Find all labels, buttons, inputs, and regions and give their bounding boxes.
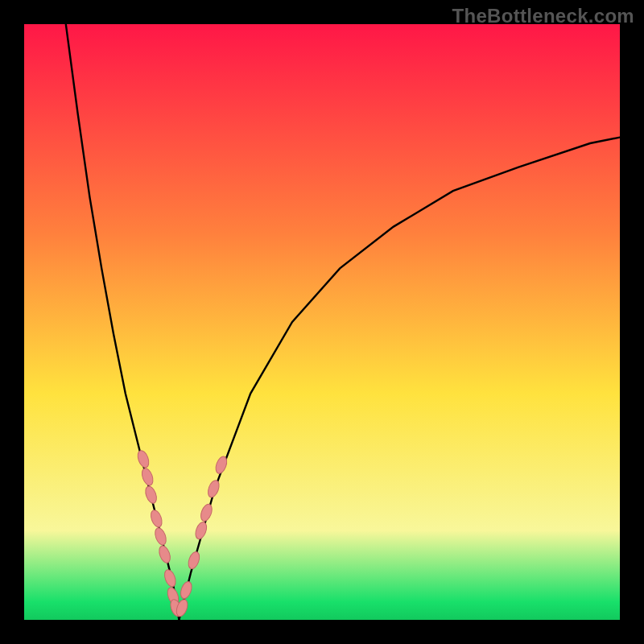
data-marker [149,509,164,529]
data-marker [136,449,151,469]
chart-curves [24,24,620,620]
data-marker [140,467,155,487]
data-marker [206,479,221,499]
curve-right-branch [179,138,620,620]
plot-area [24,24,620,620]
chart-frame: TheBottleneck.com [0,0,644,644]
data-marker [193,521,208,541]
data-marker [186,551,201,571]
data-marker [157,544,172,564]
data-marker [179,580,194,601]
watermark-text: TheBottleneck.com [452,5,634,27]
data-marker [163,568,178,588]
data-marker [153,526,168,547]
data-marker [199,502,214,522]
data-marker [143,485,159,505]
